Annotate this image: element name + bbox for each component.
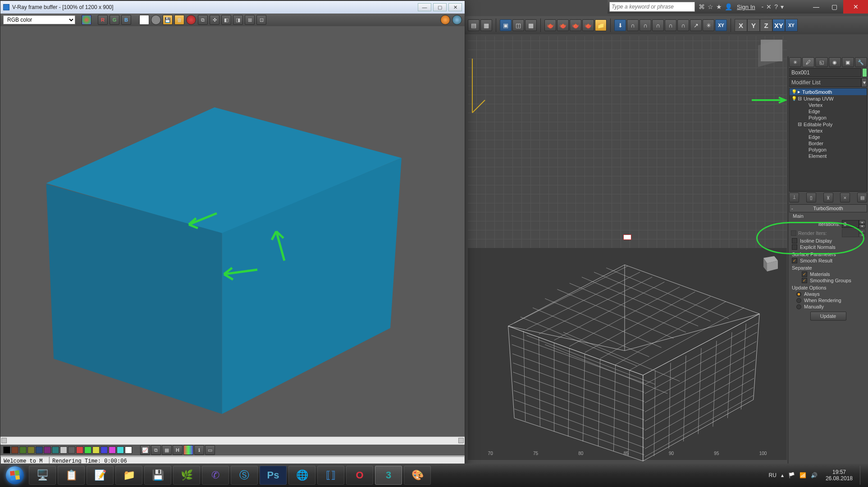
swatch[interactable] xyxy=(125,446,132,454)
stack-subitem[interactable]: Element xyxy=(790,153,867,159)
toolbar-icon[interactable]: ◫ xyxy=(512,19,524,31)
when-rendering-radio[interactable] xyxy=(796,298,801,303)
snap-xy-icon[interactable]: XY xyxy=(715,19,727,31)
snap-icon[interactable]: ∩ xyxy=(677,19,689,31)
stack-item-epoly[interactable]: ⊟Editable Poly xyxy=(790,121,867,128)
always-radio[interactable] xyxy=(796,292,801,297)
taskbar-app-photoshop[interactable]: Ps xyxy=(260,466,287,485)
duplicate-icon[interactable]: ⊡ xyxy=(256,15,266,25)
object-name-input[interactable] xyxy=(789,68,861,77)
channel-g-button[interactable]: G xyxy=(110,15,119,25)
swatch[interactable] xyxy=(19,446,27,454)
stack-subitem[interactable]: Border xyxy=(790,140,867,147)
star-filled-icon[interactable]: ★ xyxy=(716,3,722,10)
tray-flag-icon[interactable]: 🏳️ xyxy=(788,472,795,478)
close2-icon[interactable]: ✕ xyxy=(766,3,772,10)
axis-z-button[interactable]: Z xyxy=(760,19,772,32)
vfb-max-button[interactable]: ▢ xyxy=(433,3,447,11)
taskbar-app-3dsmax[interactable]: 3 xyxy=(375,466,402,485)
tray-clock[interactable]: 19:5726.08.2018 xyxy=(826,469,853,482)
mono-gray-icon[interactable] xyxy=(151,15,161,25)
close-button[interactable]: ✕ xyxy=(843,0,868,14)
snap-icon[interactable]: ∩ xyxy=(652,19,664,31)
swatch[interactable] xyxy=(27,446,35,454)
chevron-down-icon[interactable]: ▾ xyxy=(781,3,784,10)
stack-subitem[interactable]: Edge xyxy=(790,134,867,140)
stamp-icon[interactable]: ▭ xyxy=(205,445,215,455)
vfb-render-view[interactable] xyxy=(0,26,465,436)
snap-icon[interactable]: ✳ xyxy=(703,19,714,31)
object-color-swatch[interactable] xyxy=(862,68,867,77)
modifier-stack[interactable]: 💡▸TurboSmooth 💡⊟Unwrap UVW Vertex Edge P… xyxy=(789,88,867,192)
channel-r-button[interactable]: R xyxy=(98,15,108,25)
remove-modifier-button[interactable]: ⨉ xyxy=(840,193,850,202)
motion-tab[interactable]: ◉ xyxy=(829,57,841,67)
correction2-icon[interactable]: ◨ xyxy=(233,15,243,25)
taskbar-app[interactable]: 🖥️ xyxy=(29,466,56,485)
make-unique-button[interactable]: ⊻ xyxy=(823,193,833,202)
link-icon[interactable]: ⌘ xyxy=(699,3,705,10)
spinner-up[interactable]: ▲ xyxy=(859,220,865,224)
smooth-groups-check[interactable]: ✓ xyxy=(802,278,807,283)
swatch[interactable] xyxy=(109,446,116,454)
ab-icon[interactable]: ⧉ xyxy=(151,445,161,455)
swatch[interactable] xyxy=(68,446,75,454)
snap-icon[interactable]: ⬇ xyxy=(614,19,626,31)
snap-icon[interactable]: ↗ xyxy=(690,19,702,31)
modifier-list-select[interactable] xyxy=(789,78,861,87)
swatch[interactable] xyxy=(76,446,83,454)
pin-stack-button[interactable]: ⟘ xyxy=(789,193,799,202)
vfb-min-button[interactable]: — xyxy=(418,3,431,11)
render-iters-check[interactable] xyxy=(791,230,796,236)
minimize-button[interactable]: — xyxy=(807,0,825,14)
swatch[interactable] xyxy=(36,446,43,454)
taskbar-app-opera[interactable]: O xyxy=(346,466,373,485)
teapot-icon[interactable]: 🫖 xyxy=(557,19,569,31)
taskbar-app-viber[interactable]: ✆ xyxy=(202,466,229,485)
stack-subitem[interactable]: Polygon xyxy=(790,115,867,121)
viewport-top[interactable] xyxy=(468,36,787,248)
taskbar-app-explorer[interactable]: 📁 xyxy=(115,466,142,485)
swatch[interactable] xyxy=(117,446,124,454)
taskbar-app-chrome[interactable]: 🌐 xyxy=(288,466,315,485)
toolbar-icon[interactable]: ▤ xyxy=(468,19,480,31)
stack-subitem[interactable]: Vertex xyxy=(790,128,867,134)
taskbar-app[interactable]: 🌿 xyxy=(173,466,200,485)
swatch[interactable] xyxy=(92,446,100,454)
teapot-icon[interactable]: 🫖 xyxy=(582,19,594,31)
teapot-icon[interactable]: 🫖 xyxy=(544,19,556,31)
swatch[interactable] xyxy=(3,446,10,454)
materials-check[interactable]: ✓ xyxy=(802,271,807,277)
tray-network-icon[interactable]: 📶 xyxy=(799,472,806,478)
configure-sets-button[interactable]: ▤ xyxy=(857,193,867,202)
mono-white-icon[interactable] xyxy=(139,15,149,25)
history-icon[interactable]: ⊞ xyxy=(245,15,255,25)
user-icon[interactable]: 👤 xyxy=(725,3,732,10)
rgb-icon[interactable] xyxy=(82,15,91,25)
taskbar-app[interactable]: 📝 xyxy=(87,466,114,485)
rollout-turbosmooth-header[interactable]: -TurboSmooth xyxy=(789,204,867,212)
clone-icon[interactable]: ⧉ xyxy=(198,15,208,25)
track-mouse-icon[interactable]: ✜ xyxy=(210,15,219,25)
correction-icon[interactable]: ◧ xyxy=(221,15,231,25)
clear-icon[interactable]: 🗑 xyxy=(174,15,184,25)
taskbar-app[interactable]: 💾 xyxy=(144,466,171,485)
modify-tab[interactable]: 🖊 xyxy=(802,57,814,67)
channel-b-button[interactable]: B xyxy=(121,15,131,25)
smooth-result-check[interactable]: ✓ xyxy=(792,258,797,263)
viewport-area[interactable] xyxy=(468,36,787,460)
isoline-check[interactable] xyxy=(792,238,797,244)
stack-subitem[interactable]: Vertex xyxy=(790,102,867,108)
show-end-button[interactable]: ▯ xyxy=(806,193,816,202)
i-icon[interactable]: ℹ xyxy=(194,445,204,455)
toolbar-icon[interactable]: ▦ xyxy=(480,19,492,31)
axis-xy-button[interactable]: XY xyxy=(772,19,785,32)
h-icon[interactable]: H xyxy=(173,445,183,455)
signin-link[interactable]: Sign In xyxy=(737,4,755,10)
lut-icon[interactable]: ▦ xyxy=(162,445,172,455)
start-button[interactable] xyxy=(3,465,27,485)
taskbar-app-skype[interactable]: Ⓢ xyxy=(231,466,258,485)
toolbar-icon[interactable]: ▦ xyxy=(525,19,537,31)
channel-select[interactable]: RGB color xyxy=(3,15,75,24)
search-input[interactable] xyxy=(609,2,695,12)
